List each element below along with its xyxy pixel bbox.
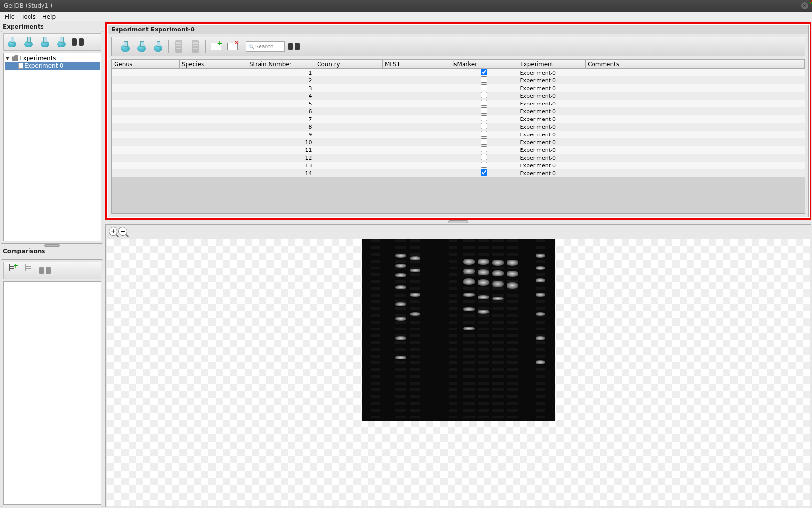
table-row[interactable]: 10Experiment-0 <box>112 138 805 146</box>
data-table[interactable]: Genus Species Strain Number Country MLST… <box>111 59 805 214</box>
cell-marker[interactable] <box>450 115 518 123</box>
experiment-pane-highlight: Experiment Experiment-0 Search <box>105 22 811 220</box>
image-viewer-pane: + − <box>105 224 811 507</box>
tree-toggle-icon[interactable]: ▼ <box>6 56 11 60</box>
col-country[interactable]: Country <box>315 60 383 69</box>
search-placeholder: Search <box>255 44 274 50</box>
cell-strain: 5 <box>247 100 315 107</box>
image-canvas[interactable] <box>107 239 810 506</box>
main-splitter[interactable] <box>105 220 811 224</box>
col-experiment[interactable]: Experiment <box>518 60 586 69</box>
experiments-panel: ▼ Experiments Experiment-0 <box>1 31 103 244</box>
row-delete-button[interactable] <box>225 39 240 54</box>
tree-root[interactable]: ▼ Experiments <box>5 54 100 62</box>
table-header-row: Genus Species Strain Number Country MLST… <box>112 60 805 69</box>
menu-file[interactable]: File <box>2 13 17 20</box>
lane-button-2[interactable] <box>188 39 203 54</box>
table-row[interactable]: 13Experiment-0 <box>112 162 805 169</box>
pane-title: Experiment Experiment-0 <box>108 25 808 34</box>
cell-experiment: Experiment-0 <box>518 115 586 123</box>
comparison-add-button[interactable] <box>5 263 19 278</box>
table-row[interactable]: 4Experiment-0 <box>112 92 805 100</box>
cell-marker[interactable] <box>450 69 518 77</box>
page-icon <box>18 63 23 69</box>
cell-strain: 3 <box>247 84 315 92</box>
search-binoculars-button[interactable] <box>287 39 301 54</box>
cell-marker[interactable] <box>450 162 518 169</box>
window-titlebar: GelJDB (Study1 ) ✕ <box>0 0 812 12</box>
comparisons-toolbar <box>3 262 101 279</box>
table-row[interactable]: 1Experiment-0 <box>112 69 805 77</box>
cell-marker[interactable] <box>450 100 518 107</box>
separator <box>205 40 206 53</box>
flask-action-button[interactable] <box>151 39 165 54</box>
flask-button-2[interactable] <box>21 35 36 49</box>
cell-experiment: Experiment-0 <box>518 154 586 162</box>
col-marker[interactable]: isMarker <box>450 60 518 69</box>
cell-strain: 2 <box>247 76 315 84</box>
cell-marker[interactable] <box>450 76 518 84</box>
cell-strain: 11 <box>247 146 315 154</box>
col-species[interactable]: Species <box>180 60 247 69</box>
cell-marker[interactable] <box>450 107 518 115</box>
window-title: GelJDB (Study1 ) <box>4 0 52 12</box>
close-icon[interactable]: ✕ <box>801 2 808 9</box>
comparisons-list[interactable] <box>3 281 101 505</box>
cell-experiment: Experiment-0 <box>518 76 586 84</box>
menu-tools[interactable]: Tools <box>18 13 39 20</box>
comparisons-panel <box>1 259 103 507</box>
table-row[interactable]: 14Experiment-0 <box>112 169 805 177</box>
cell-marker[interactable] <box>450 146 518 154</box>
col-genus[interactable]: Genus <box>112 60 180 69</box>
cell-marker[interactable] <box>450 131 518 138</box>
menu-help[interactable]: Help <box>40 13 58 20</box>
flask-edit-button[interactable] <box>118 39 132 54</box>
table-row[interactable]: 8Experiment-0 <box>112 123 805 131</box>
cell-experiment: Experiment-0 <box>518 146 586 154</box>
col-strain[interactable]: Strain Number <box>247 60 315 69</box>
cell-experiment: Experiment-0 <box>518 69 586 77</box>
zoom-out-button[interactable]: − <box>118 227 127 236</box>
table-row[interactable]: 12Experiment-0 <box>112 154 805 162</box>
tree-item-experiment-0[interactable]: Experiment-0 <box>5 62 100 70</box>
tree-root-label: Experiments <box>19 55 56 61</box>
separator <box>168 40 169 53</box>
zoom-in-button[interactable]: + <box>109 227 117 236</box>
cell-marker[interactable] <box>450 123 518 131</box>
flask-button-3[interactable] <box>38 35 52 49</box>
cell-marker[interactable] <box>450 138 518 146</box>
separator <box>115 40 115 53</box>
cell-strain: 1 <box>247 69 315 77</box>
flask-add-button[interactable] <box>5 35 19 49</box>
comparison-button-2[interactable] <box>21 263 36 278</box>
flask-export-button[interactable] <box>54 35 69 49</box>
cell-marker[interactable] <box>450 154 518 162</box>
table-row[interactable]: 11Experiment-0 <box>112 146 805 154</box>
experiment-pane: Experiment Experiment-0 Search <box>108 25 809 217</box>
cell-marker[interactable] <box>450 92 518 100</box>
zoom-toolbar: + − <box>106 225 811 238</box>
cell-marker[interactable] <box>450 84 518 92</box>
flask-delete-button[interactable] <box>134 39 149 54</box>
experiments-toolbar <box>3 33 101 51</box>
lane-button-1[interactable] <box>172 39 186 54</box>
cell-experiment: Experiment-0 <box>518 162 586 169</box>
row-add-button[interactable] <box>209 39 223 54</box>
table-row[interactable]: 5Experiment-0 <box>112 100 805 107</box>
cell-marker[interactable] <box>450 169 518 177</box>
gel-image <box>362 239 555 421</box>
table-row[interactable]: 2Experiment-0 <box>112 76 805 84</box>
cell-experiment: Experiment-0 <box>518 169 586 177</box>
experiments-tree[interactable]: ▼ Experiments Experiment-0 <box>3 53 101 241</box>
comparison-binoculars-button[interactable] <box>38 263 52 278</box>
binoculars-button[interactable] <box>71 35 85 49</box>
col-mlst[interactable]: MLST <box>383 60 450 69</box>
table-row[interactable]: 7Experiment-0 <box>112 115 805 123</box>
cell-strain: 7 <box>247 115 315 123</box>
search-input[interactable]: Search <box>246 41 285 52</box>
table-row[interactable]: 9Experiment-0 <box>112 131 805 138</box>
table-row[interactable]: 3Experiment-0 <box>112 84 805 92</box>
table-row[interactable]: 6Experiment-0 <box>112 107 805 115</box>
col-comments[interactable]: Comments <box>586 60 805 69</box>
menubar: File Tools Help <box>0 12 812 21</box>
